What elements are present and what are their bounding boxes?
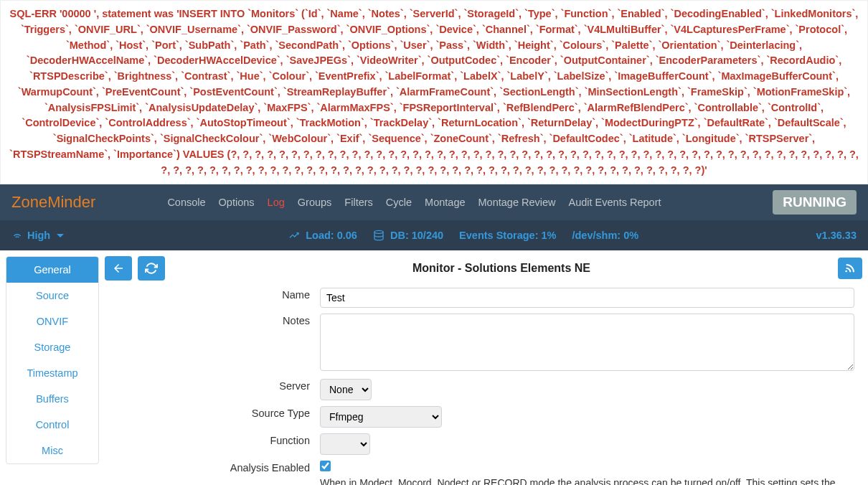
nav-options[interactable]: Options <box>219 197 255 208</box>
statusbar: High Load: 0.06 DB: 10/240 Events Storag… <box>0 220 868 250</box>
nav-audit-events-report[interactable]: Audit Events Report <box>569 197 661 208</box>
sidebar-tabs: General Source ONVIF Storage Timestamp B… <box>6 256 99 464</box>
tab-onvif[interactable]: ONVIF <box>6 309 98 334</box>
status-shm-text: /dev/shm: 0% <box>572 230 638 241</box>
nav-cycle[interactable]: Cycle <box>386 197 412 208</box>
refresh-icon <box>145 262 158 275</box>
label-name: Name <box>105 285 320 311</box>
status-db[interactable]: DB: 10/240 <box>373 230 443 241</box>
caret-down-icon <box>55 230 66 241</box>
select-function[interactable] <box>320 433 370 455</box>
label-server: Server <box>105 376 320 403</box>
select-source-type[interactable]: Ffmpeg <box>320 406 442 428</box>
tab-buffers[interactable]: Buffers <box>6 386 98 412</box>
monitor-form: Name Notes Server None Source Type Ffmpe… <box>105 285 862 485</box>
checkbox-analysis-enabled[interactable] <box>320 461 331 471</box>
nav-console[interactable]: Console <box>167 197 205 208</box>
version-link[interactable]: v1.36.33 <box>816 230 857 241</box>
bandwidth-selector[interactable]: High <box>11 230 66 241</box>
tab-control[interactable]: Control <box>6 412 98 438</box>
page-title: Monitor - Solutions Elements NE <box>171 262 832 275</box>
tab-source[interactable]: Source <box>6 283 98 309</box>
content-panel: Monitor - Solutions Elements NE Name Not… <box>105 256 862 485</box>
status-center: Load: 0.06 DB: 10/240 Events Storage: 1%… <box>288 230 638 241</box>
status-shm[interactable]: /dev/shm: 0% <box>572 230 638 241</box>
help-analysis-enabled: When in Modect, Mocord, Nodect or RECORD… <box>320 476 862 485</box>
label-function: Function <box>105 430 320 458</box>
nav-groups[interactable]: Groups <box>298 197 332 208</box>
nav-collapse-icon[interactable] <box>674 197 686 208</box>
status-load[interactable]: Load: 0.06 <box>288 230 357 241</box>
main-content: General Source ONVIF Storage Timestamp B… <box>0 250 868 485</box>
status-db-text: DB: 10/240 <box>390 230 443 241</box>
rss-icon <box>844 263 856 274</box>
toolbar: Monitor - Solutions Elements NE <box>105 256 862 281</box>
sql-error-banner: SQL-ERR '00000 ', statement was 'INSERT … <box>0 0 868 184</box>
tab-timestamp[interactable]: Timestamp <box>6 360 98 386</box>
status-load-text: Load: 0.06 <box>306 230 357 241</box>
arrow-left-icon <box>112 262 125 275</box>
tab-storage[interactable]: Storage <box>6 334 98 360</box>
running-badge[interactable]: RUNNING <box>773 190 857 215</box>
tab-general[interactable]: General <box>6 257 98 283</box>
bandwidth-label: High <box>27 230 50 241</box>
svg-point-0 <box>374 231 383 234</box>
brand-logo[interactable]: ZoneMinder <box>11 193 95 212</box>
tab-misc[interactable]: Misc <box>6 438 98 463</box>
database-icon <box>373 230 385 241</box>
label-source-type: Source Type <box>105 403 320 430</box>
nav-montage[interactable]: Montage <box>425 197 465 208</box>
input-notes[interactable] <box>320 314 854 371</box>
label-analysis-enabled: Analysis Enabled <box>105 458 320 485</box>
nav-filters[interactable]: Filters <box>344 197 372 208</box>
wifi-icon <box>11 230 23 241</box>
refresh-button[interactable] <box>138 256 165 281</box>
select-server[interactable]: None <box>320 379 372 400</box>
activity-icon <box>288 230 300 241</box>
stream-button[interactable] <box>838 258 862 279</box>
status-events-storage[interactable]: Events Storage: 1% <box>459 230 556 241</box>
nav-log[interactable]: Log <box>268 197 285 208</box>
sidebar: General Source ONVIF Storage Timestamp B… <box>6 256 99 485</box>
nav-links: Console Options Log Groups Filters Cycle… <box>167 197 773 208</box>
label-notes: Notes <box>105 311 320 376</box>
navbar: ZoneMinder Console Options Log Groups Fi… <box>0 184 868 220</box>
input-name[interactable] <box>320 288 854 308</box>
nav-montage-review[interactable]: Montage Review <box>478 197 556 208</box>
status-events-storage-text: Events Storage: 1% <box>459 230 556 241</box>
back-button[interactable] <box>105 256 132 281</box>
